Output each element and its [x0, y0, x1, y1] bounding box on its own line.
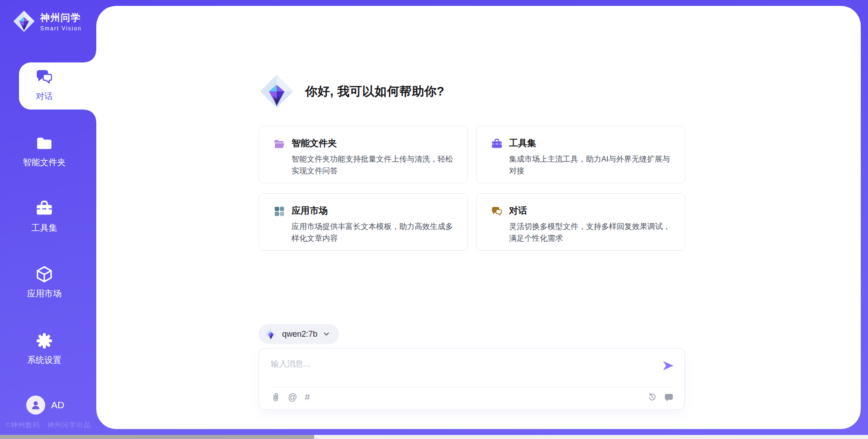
toolbox-icon	[491, 138, 503, 150]
card-title: 对话	[509, 205, 673, 217]
folder-icon	[35, 134, 53, 152]
card-toolset[interactable]: 工具集 集成市场上主流工具，助力AI与外界无缝扩展与对接	[476, 126, 685, 183]
card-description: 灵活切换多模型文件，支持多样回复效果调试，满足个性化需求	[509, 221, 673, 244]
hashtag-icon[interactable]: #	[305, 392, 310, 402]
composer-tools-right	[647, 392, 674, 402]
horizontal-scrollbar	[0, 435, 868, 439]
app-grid-icon	[274, 205, 285, 217]
chat-bubble-icon[interactable]	[664, 392, 674, 402]
user-name: AD	[51, 400, 64, 410]
card-title: 智能文件夹	[292, 137, 456, 149]
model-gem-icon	[264, 328, 277, 340]
paperclip-icon[interactable]	[271, 392, 280, 402]
message-input[interactable]	[271, 357, 642, 371]
toolbox-icon	[35, 200, 53, 218]
send-button[interactable]	[662, 359, 675, 372]
card-title: 工具集	[509, 137, 673, 149]
card-description: 集成市场上主流工具，助力AI与外界无缝扩展与对接	[509, 153, 673, 177]
card-title: 应用市场	[292, 205, 456, 217]
feature-cards: 智能文件夹 智能文件夹功能支持批量文件上传与清洗，轻松实现文件问答 工具集 集成…	[259, 126, 685, 251]
chat-icon	[35, 68, 53, 86]
card-description: 智能文件夹功能支持批量文件上传与清洗，轻松实现文件问答	[292, 153, 456, 177]
brand-name: 神州问学	[40, 11, 82, 24]
folder-open-icon	[274, 138, 285, 150]
sidebar-item-label: 系统设置	[27, 354, 61, 366]
chat-icon	[491, 205, 503, 217]
sidebar-item-chat[interactable]: 对话	[0, 68, 89, 102]
person-icon	[30, 399, 42, 411]
greeting: 你好, 我可以如何帮助你?	[259, 74, 444, 109]
brand-gem-icon	[13, 10, 35, 33]
cube-icon	[35, 265, 53, 283]
card-app-market[interactable]: 应用市场 应用市场提供丰富长文本模板，助力高效生成多样化文章内容	[259, 193, 468, 251]
sidebar-item-toolset[interactable]: 工具集	[0, 200, 89, 234]
sidebar-item-label: 对话	[36, 91, 53, 102]
brand-subtitle: Smart Vision	[40, 25, 82, 32]
gear-icon	[35, 332, 53, 350]
model-selector[interactable]: qwen2:7b	[259, 324, 339, 344]
chevron-down-icon	[323, 330, 330, 338]
mention-icon[interactable]: @	[288, 392, 297, 402]
sidebar-item-label: 工具集	[32, 222, 57, 234]
sidebar-item-settings[interactable]: 系统设置	[0, 332, 89, 366]
message-composer: @ #	[259, 348, 685, 410]
assistant-gem-icon	[259, 74, 294, 109]
user-account[interactable]: AD	[26, 396, 64, 415]
horizontal-scrollbar-thumb[interactable]	[0, 435, 314, 439]
copyright-footer: ©神州数码 · 神州问学出品	[5, 421, 90, 429]
sidebar-item-smart-folder[interactable]: 智能文件夹	[0, 134, 89, 168]
composer-tools-left: @ #	[271, 392, 310, 402]
model-name: qwen2:7b	[282, 329, 317, 339]
avatar	[26, 396, 45, 415]
card-chat[interactable]: 对话 灵活切换多模型文件，支持多样回复效果调试，满足个性化需求	[476, 193, 685, 251]
greeting-text: 你好, 我可以如何帮助你?	[305, 83, 444, 100]
sidebar-item-label: 智能文件夹	[23, 157, 66, 168]
brand-logo: 神州问学 Smart Vision	[13, 10, 82, 33]
sidebar-item-label: 应用市场	[27, 288, 61, 300]
card-smart-folder[interactable]: 智能文件夹 智能文件夹功能支持批量文件上传与清洗，轻松实现文件问答	[259, 126, 468, 183]
send-icon	[662, 359, 675, 372]
composer-divider	[270, 387, 674, 387]
app-root: 神州问学 Smart Vision 对话 智能文件夹 工具集 应用市场 系统设置	[0, 0, 868, 439]
sidebar-item-app-market[interactable]: 应用市场	[0, 265, 89, 300]
sidebar: 神州问学 Smart Vision 对话 智能文件夹 工具集 应用市场 系统设置	[0, 0, 96, 435]
history-icon[interactable]	[647, 392, 657, 402]
card-description: 应用市场提供丰富长文本模板，助力高效生成多样化文章内容	[292, 221, 456, 244]
main-panel: 你好, 我可以如何帮助你? 智能文件夹 智能文件夹功能支持批量文件上传与清洗，轻…	[96, 6, 861, 429]
